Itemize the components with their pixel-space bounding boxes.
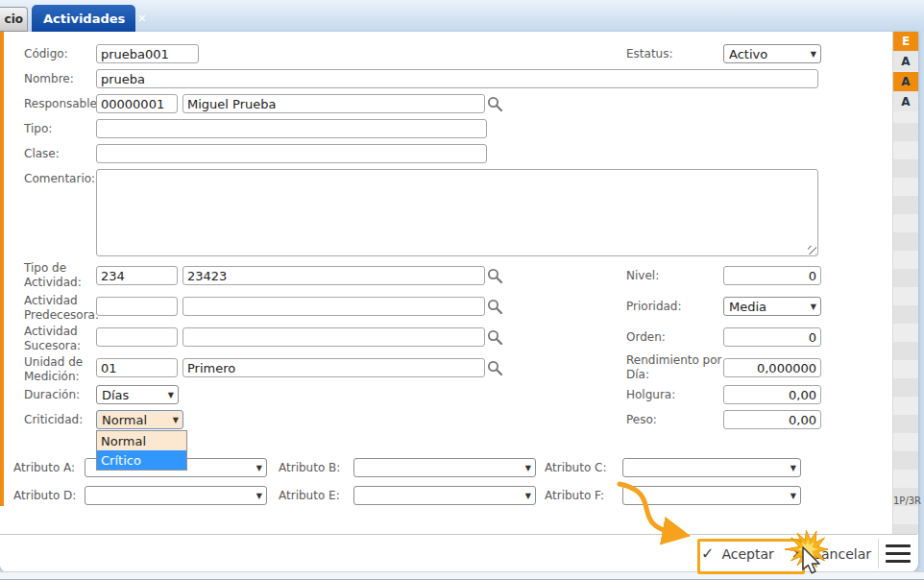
rendimiento-label: Rendimiento por Día:: [626, 353, 722, 382]
nivel-input[interactable]: [723, 266, 821, 285]
tab-actividades[interactable]: Actividades ✕: [32, 5, 135, 32]
chevron-down-icon: ▼: [790, 464, 796, 472]
responsable-name-input[interactable]: [182, 94, 485, 113]
footer-separator: [878, 539, 879, 568]
criticidad-select[interactable]: Normal ▼: [96, 410, 183, 429]
unidad-medicion-code-input[interactable]: [96, 358, 178, 377]
rail-button-e[interactable]: E: [893, 32, 918, 51]
atributo-e-select[interactable]: ▼: [353, 486, 536, 505]
tab-actividades-label: Actividades: [43, 12, 125, 26]
holgura-input[interactable]: [723, 385, 821, 404]
codigo-label: Código:: [24, 47, 97, 61]
duracion-select[interactable]: Días ▼: [96, 385, 179, 404]
tab-inicio-label: cio: [5, 12, 23, 26]
responsable-code-input[interactable]: [96, 94, 178, 113]
side-rail: E A A A 1P/3R: [892, 32, 918, 534]
codigo-input[interactable]: [96, 44, 199, 63]
nombre-label: Nombre:: [24, 72, 97, 86]
estatus-label: Estatus:: [626, 47, 722, 61]
comentario-label: Comentario:: [24, 172, 97, 186]
atributo-b-label: Atributo B:: [279, 461, 346, 475]
chevron-down-icon: ▼: [790, 492, 796, 500]
footer-bar: ✓ Aceptar ✕ Cancelar: [0, 534, 917, 572]
x-icon: ✕: [791, 544, 804, 563]
peso-label: Peso:: [626, 413, 722, 427]
tipo-label: Tipo:: [24, 122, 97, 136]
actividad-sucesora-name-input[interactable]: [182, 327, 485, 347]
tab-bar: cio Actividades ✕: [0, 0, 924, 32]
accept-button[interactable]: ✓ Aceptar: [701, 544, 774, 563]
prioridad-select[interactable]: Media ▼: [723, 297, 821, 316]
actividad-predecesora-label: Actividad Predecesora:: [24, 294, 97, 323]
criticidad-label: Criticidad:: [24, 413, 97, 427]
cancel-label: Cancelar: [812, 546, 871, 562]
chevron-down-icon: ▼: [256, 492, 262, 500]
estatus-select[interactable]: Activo ▼: [723, 44, 821, 63]
orden-label: Orden:: [626, 330, 722, 345]
unidad-medicion-search-icon[interactable]: [487, 360, 503, 376]
atributo-f-select[interactable]: ▼: [622, 486, 801, 505]
atributo-c-label: Atributo C:: [545, 461, 612, 475]
atributo-f-label: Atributo F:: [545, 489, 612, 503]
rendimiento-input[interactable]: [723, 358, 821, 377]
atributo-c-select[interactable]: ▼: [622, 458, 801, 477]
tipo-actividad-name-input[interactable]: [182, 266, 485, 285]
tipo-actividad-search-icon[interactable]: [487, 268, 503, 284]
atributo-a-label: Atributo A:: [13, 461, 81, 475]
unidad-medicion-label: Unidad de Medición:: [24, 355, 97, 384]
comentario-textarea[interactable]: [96, 169, 818, 256]
actividad-predecesora-name-input[interactable]: [182, 297, 485, 316]
tab-inicio[interactable]: cio: [0, 7, 28, 32]
check-icon: ✓: [701, 544, 714, 563]
actividad-sucesora-label: Actividad Sucesora:: [24, 325, 97, 353]
chevron-down-icon: ▼: [525, 464, 531, 472]
textarea-resize-grip-icon[interactable]: [808, 246, 816, 254]
peso-input[interactable]: [723, 410, 821, 429]
clase-label: Clase:: [24, 147, 97, 161]
nombre-input[interactable]: [96, 69, 818, 88]
cancel-button[interactable]: ✕ Cancelar: [791, 544, 871, 563]
bottom-strip: [0, 571, 924, 580]
left-accent-bar: [0, 32, 4, 506]
holgura-label: Holgura:: [626, 388, 722, 402]
actividad-sucesora-search-icon[interactable]: [487, 329, 503, 346]
menu-icon[interactable]: [886, 543, 911, 565]
tipo-input[interactable]: [96, 119, 487, 138]
orden-input[interactable]: [723, 327, 821, 347]
chevron-down-icon: ▼: [525, 492, 531, 500]
tab-close-icon[interactable]: ✕: [137, 12, 146, 25]
chevron-down-icon: ▼: [811, 302, 816, 311]
actividad-predecesora-search-icon[interactable]: [487, 299, 503, 315]
chevron-down-icon: ▼: [256, 464, 262, 472]
atributo-d-label: Atributo D:: [13, 489, 81, 503]
clase-input[interactable]: [96, 144, 487, 163]
rail-button-a1[interactable]: A: [893, 52, 918, 71]
chevron-down-icon: ▼: [168, 391, 174, 399]
duracion-label: Duración:: [24, 388, 97, 402]
actividad-sucesora-code-input[interactable]: [96, 327, 178, 347]
nivel-label: Nivel:: [626, 269, 722, 283]
criticidad-option-critico[interactable]: Crítico: [97, 450, 186, 470]
criticidad-option-normal[interactable]: Normal: [97, 431, 186, 450]
duracion-value: Días: [102, 388, 129, 402]
estatus-value: Activo: [729, 47, 767, 61]
atributo-e-label: Atributo E:: [279, 489, 346, 503]
rail-button-a3[interactable]: A: [893, 92, 918, 111]
criticidad-value: Normal: [102, 413, 147, 427]
atributo-b-select[interactable]: ▼: [353, 458, 536, 477]
atributo-d-select[interactable]: ▼: [85, 486, 267, 505]
criticidad-dropdown-list: Normal Crítico: [96, 430, 187, 471]
chevron-down-icon: ▼: [811, 50, 816, 59]
responsable-search-icon[interactable]: [487, 96, 503, 112]
tipo-actividad-label: Tipo de Actividad:: [24, 261, 97, 290]
prioridad-value: Media: [729, 300, 766, 314]
page-indicator: 1P/3R: [893, 495, 918, 506]
unidad-medicion-name-input[interactable]: [182, 358, 485, 377]
responsable-label: Responsable:: [24, 97, 97, 111]
chevron-down-icon: ▼: [173, 416, 179, 424]
accept-label: Aceptar: [721, 546, 773, 562]
actividad-predecesora-code-input[interactable]: [96, 297, 178, 316]
tipo-actividad-code-input[interactable]: [96, 266, 178, 285]
prioridad-label: Prioridad:: [626, 300, 722, 314]
rail-button-a2[interactable]: A: [893, 72, 918, 91]
